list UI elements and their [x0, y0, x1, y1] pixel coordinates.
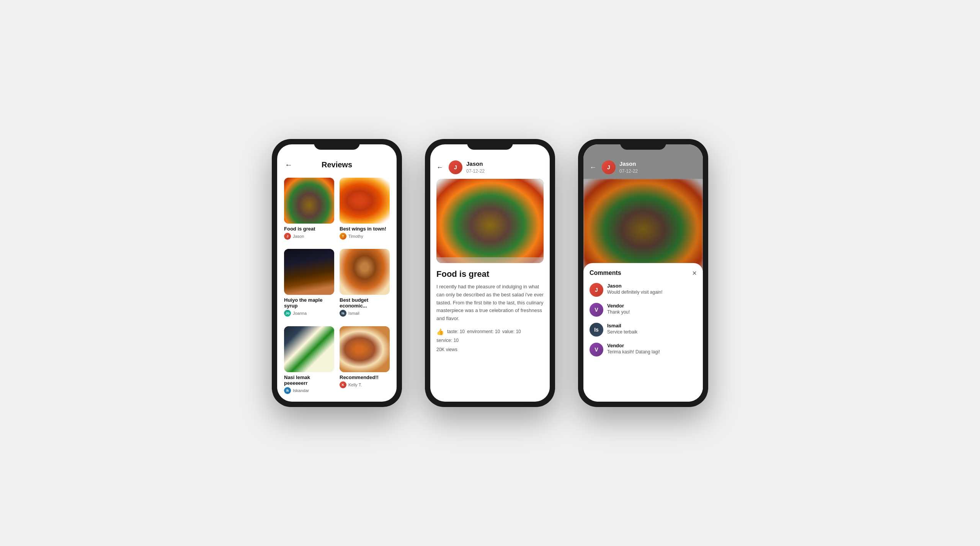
- review-card-title: Huiyo the maple syrup: [284, 297, 334, 309]
- comments-title: Comments: [590, 270, 621, 276]
- user-info: Jason 07-12-22: [619, 160, 638, 174]
- author-name: Timothy: [348, 234, 363, 239]
- phone-3: ← J Jason 07-12-22 Comments × J: [578, 139, 708, 407]
- author-name: Iskandar: [293, 388, 309, 393]
- review-card-author: Ik Iskandar: [284, 387, 334, 394]
- blurred-image: [583, 179, 703, 271]
- close-button[interactable]: ×: [692, 269, 697, 277]
- review-image: [284, 326, 334, 372]
- author-avatar: T: [340, 233, 346, 240]
- author-name: Jason: [466, 160, 485, 167]
- review-card-title: Recommended!!: [340, 374, 390, 380]
- comment-avatar: V: [590, 343, 603, 356]
- page-title: Reviews: [322, 160, 352, 169]
- environment-rating: environment: 10: [467, 329, 500, 334]
- thumbs-up-icon: 👍: [436, 328, 444, 335]
- review-image: [340, 178, 390, 224]
- comment-avatar: J: [590, 283, 603, 297]
- phones-container: ← Reviews Food is great J Jason Best win…: [272, 139, 708, 407]
- review-card-author: Jo Joanna: [284, 310, 334, 317]
- review-card-author: J Jason: [284, 233, 334, 240]
- review-image: [284, 249, 334, 295]
- back-arrow-icon[interactable]: ←: [590, 163, 596, 172]
- review-detail-image: [436, 179, 544, 263]
- author-avatar: Ik: [284, 387, 291, 394]
- avatar: J: [602, 160, 616, 174]
- comment-content: Jason Would definitely visit again!: [607, 283, 663, 295]
- review-card[interactable]: Best budget economic... Is Ismail: [340, 249, 390, 320]
- review-detail-content: Food is great I recently had the pleasur…: [430, 179, 550, 402]
- notch-2: [467, 139, 513, 150]
- review-card-author: K Kelly T.: [340, 381, 390, 388]
- phone-1: ← Reviews Food is great J Jason Best win…: [272, 139, 402, 407]
- author-name: Jason: [619, 160, 638, 167]
- author-avatar: Is: [340, 310, 346, 317]
- notch-1: [314, 139, 360, 150]
- review-date: 07-12-22: [466, 168, 485, 174]
- comment-avatar: V: [590, 303, 603, 317]
- back-arrow-icon[interactable]: ←: [436, 163, 443, 172]
- comment-author: Ismail: [607, 323, 637, 329]
- reviews-grid: Food is great J Jason Best wings in town…: [277, 174, 397, 402]
- review-ratings: 👍 taste: 10 environment: 10 value: 10 se…: [436, 328, 544, 343]
- comment-text: Service terbaik: [607, 329, 637, 335]
- comment-text: Terima kasih! Datang lagi!: [607, 349, 660, 355]
- review-image: [284, 178, 334, 224]
- view-count: 20K views: [436, 347, 544, 352]
- author-name: Ismail: [348, 311, 359, 316]
- comment-content: Vendor Thank you!: [607, 303, 630, 315]
- comment-item: J Jason Would definitely visit again!: [590, 283, 697, 297]
- back-arrow-icon[interactable]: ←: [285, 160, 292, 169]
- comment-avatar: Is: [590, 323, 603, 337]
- comment-item: V Vendor Terima kasih! Datang lagi!: [590, 343, 697, 356]
- review-description: I recently had the pleasure of indulging…: [436, 283, 544, 323]
- author-avatar: J: [284, 233, 291, 240]
- user-info: Jason 07-12-22: [466, 160, 485, 174]
- author-name: Kelly T.: [348, 383, 362, 387]
- comment-item: V Vendor Thank you!: [590, 303, 697, 317]
- comment-content: Vendor Terima kasih! Datang lagi!: [607, 343, 660, 355]
- review-card-title: Best budget economic...: [340, 297, 390, 309]
- review-date: 07-12-22: [619, 168, 638, 174]
- screen-1: ← Reviews Food is great J Jason Best win…: [277, 144, 397, 402]
- comments-list: J Jason Would definitely visit again! V …: [590, 283, 697, 356]
- author-avatar: Jo: [284, 310, 291, 317]
- notch-3: [620, 139, 666, 150]
- review-card[interactable]: Huiyo the maple syrup Jo Joanna: [284, 249, 334, 320]
- value-rating: value: 10: [502, 329, 521, 334]
- review-image: [340, 326, 390, 372]
- comment-text: Would definitely visit again!: [607, 289, 663, 295]
- review-title: Food is great: [436, 269, 544, 279]
- taste-rating: taste: 10: [447, 329, 465, 334]
- author-name: Joanna: [293, 311, 307, 316]
- review-card-title: Best wings in town!: [340, 226, 390, 232]
- review-card[interactable]: Nasi lemak peeeeeerr Ik Iskandar: [284, 326, 334, 398]
- comment-content: Ismail Service terbaik: [607, 323, 637, 335]
- review-card-title: Nasi lemak peeeeeerr: [284, 374, 334, 386]
- blurred-food-image: [583, 179, 703, 271]
- comment-author: Vendor: [607, 303, 630, 309]
- avatar: J: [449, 160, 462, 174]
- review-card[interactable]: Recommended!! K Kelly T.: [340, 326, 390, 398]
- screen-3: ← J Jason 07-12-22 Comments × J: [583, 144, 703, 402]
- review-card-title: Food is great: [284, 226, 334, 232]
- review-card[interactable]: Food is great J Jason: [284, 178, 334, 244]
- author-name: Jason: [293, 234, 304, 239]
- food-image: [436, 179, 544, 263]
- phone-2: ← J Jason 07-12-22 Food is great I recen…: [425, 139, 555, 407]
- review-card-author: Is Ismail: [340, 310, 390, 317]
- screen-2: ← J Jason 07-12-22 Food is great I recen…: [430, 144, 550, 402]
- author-avatar: K: [340, 381, 346, 388]
- review-card-author: T Timothy: [340, 233, 390, 240]
- comment-item: Is Ismail Service terbaik: [590, 323, 697, 337]
- comment-author: Jason: [607, 283, 663, 289]
- review-card[interactable]: Best wings in town! T Timothy: [340, 178, 390, 244]
- comment-author: Vendor: [607, 343, 660, 348]
- comments-panel: Comments × J Jason Would definitely visi…: [583, 263, 703, 402]
- comment-text: Thank you!: [607, 309, 630, 315]
- comments-panel-header: Comments ×: [590, 269, 697, 277]
- service-rating: service: 10: [436, 338, 459, 343]
- review-image: [340, 249, 390, 295]
